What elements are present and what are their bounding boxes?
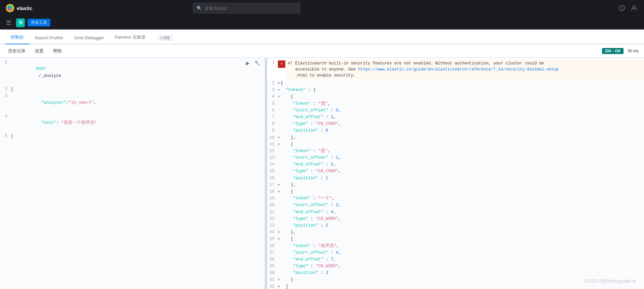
r-line-content-22: "type" : "CN_WORD",	[278, 215, 644, 222]
r-line-content-19: "token" : "一个",	[278, 195, 644, 202]
r-line-content-25: {	[281, 236, 644, 242]
r-line-content-12: "token" : "是",	[278, 148, 644, 154]
r-code-line-6: 6 "start_offset" : 0,	[267, 107, 644, 114]
fold-arrow-32[interactable]: ▼	[278, 284, 280, 289]
line-num-5: 5	[0, 133, 11, 140]
r-line-num-9: 9	[267, 128, 278, 134]
r-code-line-2: 2 ▼ {	[267, 80, 644, 87]
r-line-num-2: 2	[267, 80, 278, 87]
toolbar: 历史记录 设置 帮助 200 - OK 50 ms	[0, 44, 644, 58]
r-code-line-9: 9 "position" : 0	[267, 127, 644, 134]
left-editor-panel: 1 POST /_analyze 2 { 3 "analyzer":"ik_sm…	[0, 58, 265, 289]
code-line-4: 4 "text": "我是一个程序员"	[0, 113, 265, 133]
r-code-line-29: 29 "type" : "CN_WORD",	[267, 263, 644, 270]
wrench-button[interactable]: 🔧	[253, 60, 261, 66]
run-button[interactable]: ▶	[245, 60, 251, 66]
r-line-num-17: 17	[267, 182, 278, 188]
line-num-4: 4	[0, 113, 11, 119]
r-line-num-14: 14	[267, 161, 278, 168]
tab-search-profiler[interactable]: Search Profiler	[29, 32, 69, 44]
user-icon-btn[interactable]	[629, 3, 639, 13]
r-line-num-15: 15	[267, 168, 278, 175]
fold-arrow-24[interactable]: ▼	[278, 230, 280, 235]
fold-arrow-3[interactable]: ▼	[278, 88, 280, 93]
help-button[interactable]: 帮助	[50, 47, 64, 55]
code-line-2: 2 {	[0, 86, 265, 93]
elastic-logo-icon	[5, 3, 15, 13]
r-code-line-25: 25 ▼ {	[267, 236, 644, 242]
r-line-content-29: "type" : "CN_WORD",	[278, 263, 644, 270]
r-line-content-7: "end_offset" : 1,	[278, 114, 644, 121]
search-icon: 🔍	[197, 6, 202, 11]
code-line-1: 1 POST /_analyze	[0, 59, 265, 86]
global-search-input[interactable]	[205, 6, 297, 11]
fold-arrow-18[interactable]: ▼	[278, 189, 280, 195]
url-path: /_analyze	[36, 74, 61, 78]
r-line-num-3: 3	[267, 87, 278, 93]
r-line-content-27: "start_offset" : 4,	[278, 249, 644, 256]
r-code-line-14: 14 "end_offset" : 2,	[267, 161, 644, 168]
tab-grok-debugger[interactable]: Grok Debugger	[69, 32, 109, 44]
r-line-num-6: 6	[267, 107, 278, 114]
settings-button[interactable]: 设置	[32, 47, 46, 55]
fold-arrow-11[interactable]: ▼	[278, 142, 280, 147]
r-code-line-27: 27 "start_offset" : 4,	[267, 249, 644, 256]
r-line-num-16: 16	[267, 175, 278, 182]
r-line-content-26: "token" : "程序员",	[278, 243, 644, 249]
fold-arrow-17[interactable]: ▼	[278, 183, 280, 188]
editor-container: 1 POST /_analyze 2 { 3 "analyzer":"ik_sm…	[0, 58, 644, 289]
r-line-num-21: 21	[267, 209, 278, 215]
dev-tools-badge[interactable]: 开发工具	[28, 19, 50, 27]
fold-arrow-10[interactable]: ▼	[278, 135, 280, 141]
line-num-warning: 1	[267, 60, 278, 66]
tab-painless-lab[interactable]: Painless 实验室	[109, 31, 151, 44]
r-code-line-5: 5 "token" : "我",	[267, 100, 644, 107]
r-code-line-3: 3 ▼ "tokens" : [	[267, 87, 644, 93]
r-line-content-14: "end_offset" : 2,	[278, 161, 644, 168]
r-line-num-8: 8	[267, 121, 278, 127]
line-num-1: 1	[0, 59, 11, 66]
r-line-content-21: "end_offset" : 4,	[278, 209, 644, 215]
second-bar: ☰ 我 开发工具	[0, 16, 644, 30]
fold-arrow-4[interactable]: ▼	[278, 94, 280, 100]
r-line-num-20: 20	[267, 202, 278, 208]
fold-arrow-2[interactable]: ▼	[278, 81, 280, 86]
fold-arrow-25[interactable]: ▼	[278, 237, 280, 242]
line-content-4: "text": "我是一个程序员"	[11, 113, 265, 133]
r-line-content-16: "position" : 1	[278, 175, 644, 182]
r-line-num-31: 31	[267, 277, 278, 283]
r-code-line-13: 13 "start_offset" : 1,	[267, 154, 644, 161]
r-line-num-24: 24	[267, 229, 278, 236]
r-line-content-8: "type" : "CN_CHAR",	[278, 121, 644, 127]
left-code-editor[interactable]: 1 POST /_analyze 2 { 3 "analyzer":"ik_sm…	[0, 58, 265, 289]
tab-console[interactable]: 控制台	[5, 31, 29, 44]
top-bar: elastic 🔍 ?	[0, 0, 644, 16]
history-button[interactable]: 历史记录	[5, 47, 28, 55]
line-num-3: 3	[0, 93, 11, 99]
tab-bar: 控制台 Search Profiler Grok Debugger Painle…	[0, 30, 644, 44]
help-icon: ?	[619, 5, 625, 11]
r-code-line-11: 11 ▼ {	[267, 141, 644, 148]
right-code-editor[interactable]: 1 ✕ #! Elasticsearch built-in security f…	[267, 58, 644, 289]
r-line-content-30: "position" : 3	[278, 270, 644, 276]
hamburger-button[interactable]: ☰	[4, 18, 13, 28]
r-line-num-5: 5	[267, 101, 278, 107]
global-search-bar[interactable]: 🔍	[193, 3, 300, 13]
fold-arrow-31[interactable]: ▼	[278, 277, 280, 283]
svg-text:?: ?	[621, 6, 623, 10]
r-line-content-10: },	[281, 134, 644, 141]
avatar-button[interactable]: 我	[16, 18, 25, 27]
warning-message: #! Elasticsearch built-in security featu…	[285, 60, 644, 79]
help-icon-btn[interactable]: ?	[617, 3, 627, 13]
r-code-line-20: 20 "start_offset" : 2,	[267, 202, 644, 208]
r-code-line-18: 18 ▼ {	[267, 188, 644, 195]
tab-beta[interactable]: 公测版	[151, 32, 178, 44]
r-line-content-28: "end_offset" : 7,	[278, 256, 644, 263]
r-code-line-22: 22 "type" : "CN_WORD",	[267, 215, 644, 222]
r-code-line-28: 28 "end_offset" : 7,	[267, 256, 644, 263]
r-code-line-17: 17 ▼ },	[267, 182, 644, 188]
r-code-line-15: 15 "type" : "CN_CHAR",	[267, 168, 644, 175]
r-line-content-13: "start_offset" : 1,	[278, 154, 644, 161]
elastic-logo[interactable]: elastic	[5, 3, 33, 13]
r-line-content-24: },	[281, 229, 644, 236]
